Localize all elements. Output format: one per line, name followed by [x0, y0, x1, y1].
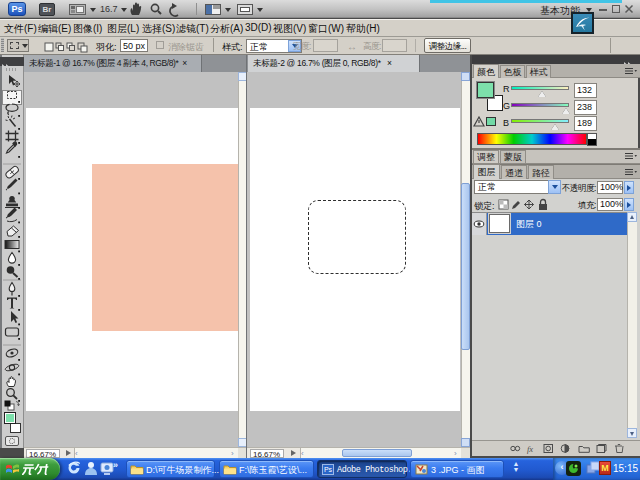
svg-text:fx: fx: [527, 444, 533, 454]
